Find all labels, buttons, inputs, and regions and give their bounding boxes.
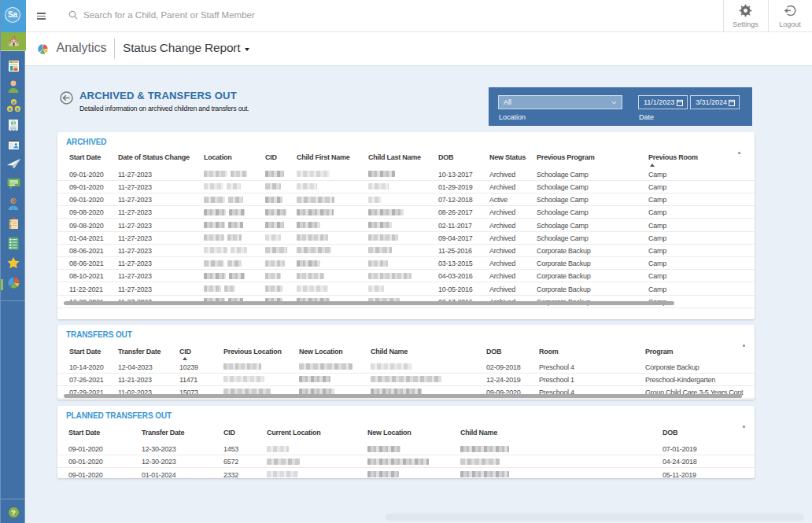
svg-text:$: $ [12,120,15,125]
